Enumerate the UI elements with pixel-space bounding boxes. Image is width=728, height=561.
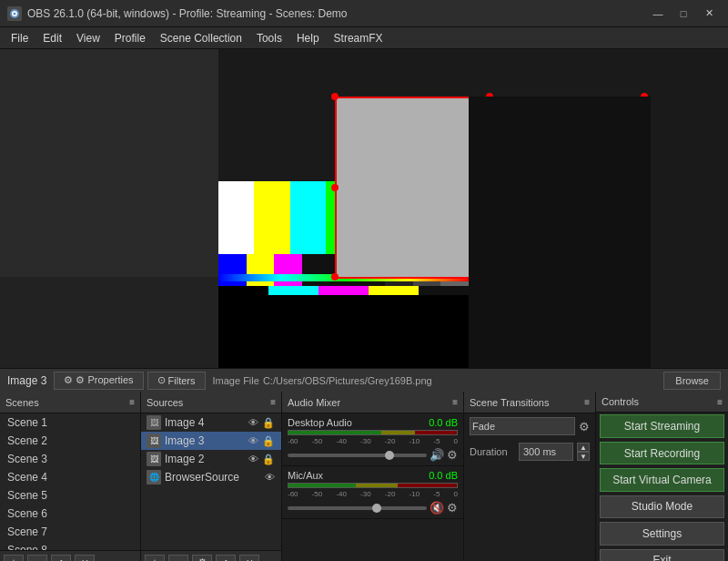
handle-bl[interactable] xyxy=(331,273,339,280)
scenes-panel: Scenes ≡ Scene 1 Scene 2 Scene 3 Scene 4… xyxy=(0,392,141,561)
scenes-list: Scene 1 Scene 2 Scene 3 Scene 4 Scene 5 … xyxy=(0,413,140,550)
transition-type-row: Fade Cut Swipe Slide ⚙ xyxy=(464,413,595,439)
transition-duration-row: Duration ▲ ▼ xyxy=(464,439,595,464)
filters-button[interactable]: ⊙ Filters xyxy=(147,372,206,390)
menu-streamfx[interactable]: StreamFX xyxy=(327,30,390,46)
controls-menu-icon[interactable]: ≡ xyxy=(717,397,723,407)
minimize-button[interactable]: — xyxy=(646,4,670,24)
add-scene-button[interactable]: + xyxy=(4,555,24,562)
desktop-mute-button[interactable]: 🔊 xyxy=(430,448,444,462)
transition-type-select[interactable]: Fade Cut Swipe Slide xyxy=(470,417,575,435)
image-path: C:/Users/OBS/Pictures/Grey169B.png xyxy=(263,375,432,386)
scenes-menu-icon[interactable]: ≡ xyxy=(129,397,135,407)
scene-item-1[interactable]: Scene 1 xyxy=(0,413,140,432)
selected-source-name: Image 3 xyxy=(7,374,46,387)
duration-down-button[interactable]: ▼ xyxy=(577,452,590,461)
sources-list: 🖼 Image 4 👁 🔒 🖼 Image 3 👁 🔒 🖼 Image 2 xyxy=(141,413,281,550)
sources-panel-header: Sources ≡ xyxy=(141,392,281,413)
source-eye-button-2[interactable]: 👁 xyxy=(248,435,259,447)
transitions-panel-header: Scene Transitions ≡ xyxy=(464,392,595,413)
menu-file[interactable]: File xyxy=(4,30,35,46)
menu-profile[interactable]: Profile xyxy=(107,30,153,46)
controls-panel-header: Controls ≡ xyxy=(596,392,728,413)
sources-footer: + − ⚙ ∧ ∨ xyxy=(141,550,281,561)
image-file-label: Image File xyxy=(213,375,259,386)
desktop-audio-settings[interactable]: ⚙ xyxy=(447,448,458,462)
transitions-menu-icon[interactable]: ≡ xyxy=(584,397,590,407)
remove-scene-button[interactable]: − xyxy=(27,555,47,562)
mic-mute-button[interactable]: 🔇 xyxy=(430,501,444,515)
gear-icon: ⚙ xyxy=(64,374,73,386)
source-eye-button-4[interactable]: 👁 xyxy=(264,472,276,483)
transition-duration-input[interactable] xyxy=(519,443,573,461)
duration-up-button[interactable]: ▲ xyxy=(577,443,590,452)
audio-mixer-panel: Audio Mixer ≡ Desktop Audio 0.0 dB -60-5… xyxy=(282,392,464,561)
scene-item-6[interactable]: Scene 6 xyxy=(0,505,140,523)
menu-scene-collection[interactable]: Scene Collection xyxy=(153,30,249,46)
image-source-icon-3: 🖼 xyxy=(147,452,161,466)
menu-edit[interactable]: Edit xyxy=(35,30,69,46)
source-up-button[interactable]: ∧ xyxy=(216,555,236,562)
source-item-browser[interactable]: 🌐 BrowserSource 👁 xyxy=(141,468,281,486)
mic-audio-fader[interactable] xyxy=(288,506,427,510)
remove-source-button[interactable]: − xyxy=(168,555,188,562)
scene-transitions-panel: Scene Transitions ≡ Fade Cut Swipe Slide… xyxy=(464,392,596,561)
source-item-image4[interactable]: 🖼 Image 4 👁 🔒 xyxy=(141,413,281,432)
desktop-audio-fader[interactable] xyxy=(288,454,427,457)
scene-item-2[interactable]: Scene 2 xyxy=(0,432,140,450)
scene-item-8[interactable]: Scene 8 xyxy=(0,541,140,550)
source-eye-button-3[interactable]: 👁 xyxy=(248,454,259,465)
desktop-audio-channel: Desktop Audio 0.0 dB -60-50-40-30-20-10-… xyxy=(282,413,463,466)
controls-panel: Controls ≡ Start Streaming Start Recordi… xyxy=(596,392,728,561)
transition-settings-button[interactable]: ⚙ xyxy=(579,420,590,434)
menu-help[interactable]: Help xyxy=(289,30,327,46)
source-lock-button-1[interactable]: 🔒 xyxy=(261,417,276,429)
source-item-image3[interactable]: 🖼 Image 3 👁 🔒 xyxy=(141,432,281,450)
audio-menu-icon[interactable]: ≡ xyxy=(452,397,458,407)
menu-tools[interactable]: Tools xyxy=(249,30,289,46)
scene-up-button[interactable]: ∧ xyxy=(51,555,71,562)
source-eye-button-1[interactable]: 👁 xyxy=(248,417,259,429)
source-down-button[interactable]: ∨ xyxy=(239,555,259,562)
scenes-panel-header: Scenes ≡ xyxy=(0,392,140,413)
app-icon xyxy=(7,6,22,21)
mic-audio-settings[interactable]: ⚙ xyxy=(447,501,458,515)
browser-source-icon: 🌐 xyxy=(147,470,161,484)
image-source-icon: 🖼 xyxy=(147,415,161,430)
handle-ml[interactable] xyxy=(331,184,339,191)
start-virtual-camera-button[interactable]: Start Virtual Camera xyxy=(600,468,724,491)
browse-button[interactable]: Browse xyxy=(663,372,721,390)
start-recording-button[interactable]: Start Recording xyxy=(600,442,724,464)
scene-down-button[interactable]: ∨ xyxy=(75,555,95,562)
start-streaming-button[interactable]: Start Streaming xyxy=(600,414,724,437)
scenes-footer: + − ∧ ∨ xyxy=(0,550,140,561)
title-bar: OBS 26.1.0 (64-bit, windows) - Profile: … xyxy=(0,0,728,27)
exit-button[interactable]: Exit xyxy=(600,549,724,561)
add-source-button[interactable]: + xyxy=(145,555,165,562)
settings-button[interactable]: Settings xyxy=(600,522,724,545)
close-button[interactable]: ✕ xyxy=(697,4,721,24)
handle-tl[interactable] xyxy=(331,93,339,100)
properties-button[interactable]: ⚙ ⚙ Properties xyxy=(54,372,143,390)
audio-panel-header: Audio Mixer ≡ xyxy=(282,392,463,413)
duration-spinner: ▲ ▼ xyxy=(577,443,590,461)
menu-bar: File Edit View Profile Scene Collection … xyxy=(0,27,728,49)
source-item-image2[interactable]: 🖼 Image 2 👁 🔒 xyxy=(141,450,281,468)
scene-item-7[interactable]: Scene 7 xyxy=(0,523,140,541)
source-lock-button-3[interactable]: 🔒 xyxy=(261,454,276,465)
source-settings-button[interactable]: ⚙ xyxy=(192,555,212,562)
preview-area xyxy=(0,49,728,368)
scene-item-3[interactable]: Scene 3 xyxy=(0,450,140,468)
scene-item-4[interactable]: Scene 4 xyxy=(0,468,140,486)
sources-panel: Sources ≡ 🖼 Image 4 👁 🔒 🖼 Image 3 👁 🔒 xyxy=(141,392,282,561)
image-source-icon-2: 🖼 xyxy=(147,434,161,448)
sources-menu-icon[interactable]: ≡ xyxy=(270,397,276,407)
source-lock-button-2[interactable]: 🔒 xyxy=(261,435,276,447)
svg-point-2 xyxy=(14,12,16,15)
studio-mode-button[interactable]: Studio Mode xyxy=(600,495,724,518)
menu-view[interactable]: View xyxy=(69,30,107,46)
scene-item-5[interactable]: Scene 5 xyxy=(0,486,140,505)
source-label-bar: Image 3 ⚙ ⚙ Properties ⊙ Filters Image F… xyxy=(0,368,728,392)
filter-icon: ⊙ xyxy=(157,374,166,386)
maximize-button[interactable]: □ xyxy=(672,4,695,24)
